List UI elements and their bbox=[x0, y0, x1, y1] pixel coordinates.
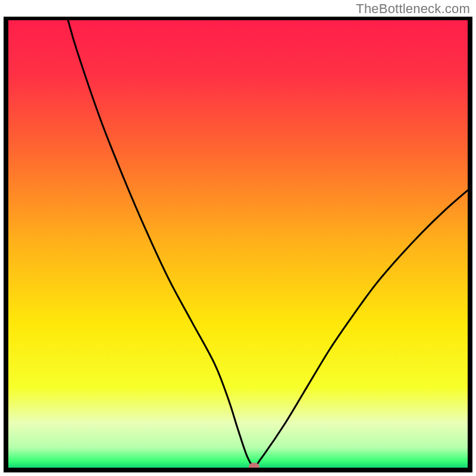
chart-frame bbox=[4, 17, 472, 472]
figure: TheBottleneck.com bbox=[0, 0, 476, 476]
watermark-text: TheBottleneck.com bbox=[356, 1, 470, 17]
minimum-marker bbox=[249, 462, 259, 468]
gradient-bg bbox=[8, 20, 468, 468]
chart-svg bbox=[8, 20, 468, 468]
plot-area bbox=[8, 20, 468, 468]
